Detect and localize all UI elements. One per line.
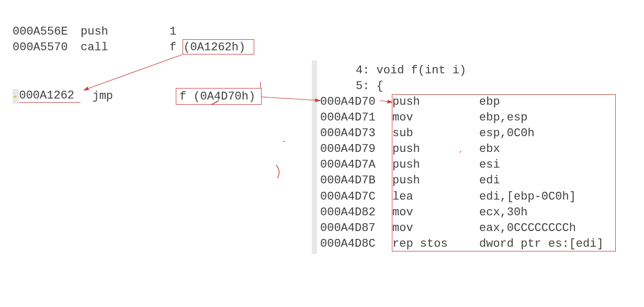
- address-cell: 000A4D7C: [320, 189, 392, 205]
- operand-cell: ebx: [479, 141, 500, 157]
- operand-cell: edi: [479, 173, 500, 189]
- address-cell: 000A4D8C: [320, 236, 392, 252]
- address-cell: 000A4D7B: [320, 173, 392, 189]
- thunk-disassembly: ➔ 000A1262 jmp: [13, 89, 164, 103]
- disasm-row: 000A4D70pushebp: [320, 94, 604, 110]
- svg-point-5: [284, 141, 285, 142]
- disasm-row: 000A4D71movebp,esp: [320, 110, 604, 126]
- source-line: 4: void f(int i): [320, 63, 604, 79]
- mnemonic-cell: push: [392, 173, 479, 189]
- highlight-box-call-target: [183, 39, 254, 54]
- mnemonic-cell: push: [392, 157, 479, 173]
- mnemonic-cell: push: [392, 94, 479, 110]
- mnemonic-cell: lea: [392, 189, 479, 205]
- operand-cell: 1: [170, 24, 176, 40]
- function-disassembly: 4: void f(int i) 5: { 000A4D70pushebp000…: [320, 63, 604, 252]
- operand-cell: ebp,esp: [479, 110, 527, 126]
- disasm-row: 000A4D79pushebx: [320, 141, 604, 157]
- mnemonic-cell: jmp: [81, 90, 164, 103]
- operand-cell: esp,0C0h: [479, 126, 535, 141]
- disasm-row: 000A4D7Bpushedi: [320, 173, 604, 189]
- address-cell: 000A4D7A: [320, 157, 392, 173]
- mnemonic-cell: call: [81, 40, 170, 56]
- operand-cell: f (0A4D70h): [179, 90, 255, 103]
- disassembly-gutter: [312, 60, 317, 254]
- mnemonic-cell: push: [392, 141, 479, 157]
- disasm-row: 000A4D7Apushesi: [320, 157, 604, 173]
- operand-cell: edi,[ebp-0C0h]: [479, 189, 576, 205]
- address-cell: 000A4D71: [320, 110, 392, 126]
- address-cell: 000A556E: [13, 24, 81, 40]
- disasm-row: 000A4D8Crep stosdword ptr es:[edi]: [320, 236, 604, 252]
- disasm-row: 000A556E push 1: [13, 24, 245, 40]
- disasm-row: 000A4D82movecx,30h: [320, 205, 604, 221]
- address-cell: 000A4D82: [320, 205, 392, 221]
- address-cell: 000A4D79: [320, 141, 392, 157]
- disasm-row: 000A4D7Cleaedi,[ebp-0C0h]: [320, 189, 604, 205]
- operand-cell: dword ptr es:[edi]: [479, 236, 604, 252]
- mnemonic-cell: rep stos: [392, 236, 479, 252]
- svg-line-0: [84, 54, 183, 90]
- address-cell: 000A4D70: [320, 94, 392, 110]
- mnemonic-cell: mov: [392, 221, 479, 236]
- operand-cell: esi: [479, 157, 500, 173]
- address-cell: 000A4D73: [320, 126, 392, 141]
- address-cell: 000A5570: [13, 40, 81, 56]
- operand-cell: ebp: [479, 94, 500, 110]
- disasm-row: 000A4D87moveax,0CCCCCCCCh: [320, 221, 604, 236]
- highlight-box-jmp-target: f (0A4D70h): [176, 88, 262, 105]
- current-instruction-pointer-icon: ➔: [312, 95, 317, 104]
- mnemonic-cell: sub: [392, 126, 479, 141]
- current-instruction-pointer-icon: ➔: [13, 92, 17, 101]
- address-cell: 000A1262: [19, 89, 81, 103]
- mnemonic-cell: mov: [392, 205, 479, 221]
- mnemonic-cell: mov: [392, 110, 479, 126]
- operand-cell: eax,0CCCCCCCCh: [479, 221, 576, 236]
- disasm-row: 000A4D73subesp,0C0h: [320, 126, 604, 141]
- mnemonic-cell: push: [81, 24, 170, 40]
- address-cell: 000A4D87: [320, 221, 392, 236]
- source-line: 5: {: [320, 79, 604, 94]
- operand-cell: ecx,30h: [479, 205, 527, 221]
